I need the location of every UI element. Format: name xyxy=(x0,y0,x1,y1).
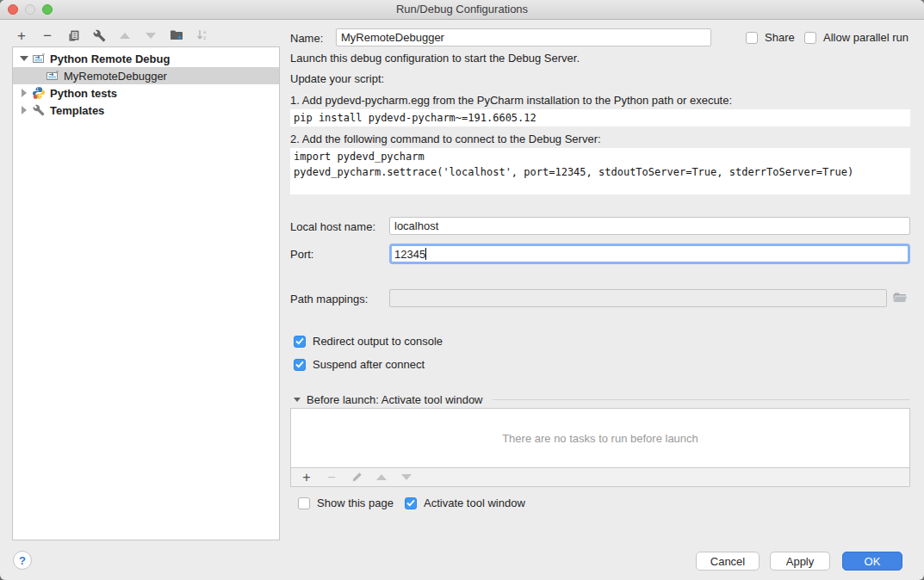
name-label: Name: xyxy=(290,32,323,45)
remove-task-button: − xyxy=(325,471,338,484)
remove-configuration-button[interactable]: − xyxy=(40,28,55,43)
tree-item-myremotedebugger[interactable]: MyRemoteDebugger xyxy=(13,67,279,84)
step-1-text: 1. Add pydevd-pycharm.egg from the PyCha… xyxy=(290,94,732,107)
text-caret xyxy=(425,248,426,260)
check-icon xyxy=(295,361,304,368)
sort-configurations-button: az xyxy=(195,28,210,43)
activate-tool-window-label: Activate tool window xyxy=(424,497,525,509)
move-task-down-button xyxy=(400,471,413,484)
suspend-after-connect-row[interactable]: Suspend after connect xyxy=(294,358,425,371)
wrench-icon xyxy=(32,103,46,117)
remote-debug-config-icon xyxy=(46,69,59,83)
svg-text:z: z xyxy=(203,34,206,40)
chevron-collapsed-icon[interactable] xyxy=(22,106,27,114)
browse-path-mappings-button[interactable] xyxy=(892,291,908,305)
settrace-code-line-1: import pydevd_pycharm xyxy=(294,149,907,164)
window-title: Run/Debug Configurations xyxy=(0,3,924,15)
remove-icon: − xyxy=(43,29,52,42)
port-label: Port: xyxy=(290,248,313,261)
apply-button[interactable]: Apply xyxy=(770,552,830,571)
run-debug-configurations-dialog: Run/Debug Configurations + − az Python R… xyxy=(0,0,924,580)
activate-tool-window-row[interactable]: Activate tool window xyxy=(405,497,525,509)
share-label: Share xyxy=(765,31,795,44)
suspend-after-connect-checkbox[interactable] xyxy=(294,359,306,371)
section-collapse-icon[interactable] xyxy=(294,398,301,402)
before-launch-title: Before launch: Activate tool window xyxy=(307,393,483,406)
share-checkbox-row[interactable]: Share xyxy=(746,31,795,44)
name-input[interactable] xyxy=(336,28,711,46)
help-icon: ? xyxy=(19,554,26,567)
edit-defaults-button[interactable] xyxy=(91,28,107,43)
tree-item-templates[interactable]: Templates xyxy=(13,102,279,119)
step-2-text: 2. Add the following command to connect … xyxy=(290,133,601,145)
allow-parallel-run-checkbox[interactable] xyxy=(804,32,816,44)
move-down-icon xyxy=(401,474,412,480)
title-bar: Run/Debug Configurations xyxy=(0,0,924,20)
edit-pencil-icon xyxy=(351,472,363,483)
show-this-page-checkbox[interactable] xyxy=(298,497,310,509)
sort-alphabetically-icon: az xyxy=(195,28,209,42)
configurations-toolbar: + − az xyxy=(14,27,210,44)
edit-task-button xyxy=(350,471,363,484)
check-icon xyxy=(295,337,304,345)
chevron-collapsed-icon[interactable] xyxy=(22,89,27,97)
before-launch-section-header[interactable]: Before launch: Activate tool window xyxy=(294,393,910,406)
share-checkbox[interactable] xyxy=(746,32,758,44)
help-button[interactable]: ? xyxy=(13,551,32,570)
suspend-after-connect-label: Suspend after connect xyxy=(313,358,425,371)
ok-button[interactable]: OK xyxy=(842,552,902,571)
move-task-up-button xyxy=(375,471,388,484)
redirect-output-label: Redirect output to console xyxy=(313,335,443,348)
configurations-tree: Python Remote Debug MyRemoteDebugger Pyt… xyxy=(12,46,280,540)
remove-icon: − xyxy=(327,472,335,484)
tree-item-python-tests[interactable]: Python tests xyxy=(13,84,279,102)
show-this-page-row[interactable]: Show this page xyxy=(298,497,394,509)
apply-button-label: Apply xyxy=(786,555,815,568)
check-icon xyxy=(406,499,415,507)
remote-debug-config-icon xyxy=(32,52,46,65)
chevron-expanded-icon[interactable] xyxy=(20,56,28,61)
port-input[interactable]: 12345 xyxy=(389,244,910,264)
allow-parallel-checkbox-row[interactable]: Allow parallel run xyxy=(804,31,908,44)
intro-line-1: Launch this debug configuration to start… xyxy=(290,52,580,65)
tree-item-python-remote-debug[interactable]: Python Remote Debug xyxy=(13,50,279,67)
before-launch-task-list[interactable]: There are no tasks to run before launch xyxy=(290,408,910,468)
port-value: 12345 xyxy=(394,248,425,261)
ok-button-label: OK xyxy=(865,555,881,568)
copy-configuration-button[interactable] xyxy=(65,28,81,43)
add-task-button[interactable]: + xyxy=(300,471,313,484)
move-down-button xyxy=(143,28,158,43)
folder-icon xyxy=(892,291,908,305)
section-divider xyxy=(493,399,910,400)
move-down-icon xyxy=(146,33,156,39)
pip-install-code: pip install pydevd-pycharm~=191.6605.12 xyxy=(290,109,910,126)
local-host-name-label: Local host name: xyxy=(290,220,375,233)
add-icon: + xyxy=(302,471,310,484)
copy-icon xyxy=(67,29,80,42)
edit-defaults-wrench-icon xyxy=(93,29,106,42)
settrace-code-block: import pydevd_pycharm pydevd_pycharm.set… xyxy=(290,148,910,194)
python-logo-icon xyxy=(32,86,46,100)
tree-item-label: Python tests xyxy=(50,87,117,100)
move-up-button xyxy=(117,28,133,43)
tree-item-label: Python Remote Debug xyxy=(50,52,170,65)
show-this-page-label: Show this page xyxy=(317,497,394,509)
cancel-button-label: Cancel xyxy=(710,555,745,568)
redirect-output-row[interactable]: Redirect output to console xyxy=(294,335,443,348)
move-up-icon xyxy=(376,474,387,480)
task-list-toolbar: + − xyxy=(290,468,910,487)
activate-tool-window-checkbox[interactable] xyxy=(405,497,417,509)
add-icon: + xyxy=(17,28,26,43)
tree-item-label: MyRemoteDebugger xyxy=(64,70,167,83)
redirect-output-checkbox[interactable] xyxy=(294,336,306,348)
local-host-name-input[interactable] xyxy=(389,217,910,235)
new-folder-button[interactable] xyxy=(169,28,184,43)
svg-text:a: a xyxy=(203,28,207,34)
move-up-icon xyxy=(120,33,130,39)
path-mappings-input[interactable] xyxy=(389,289,887,307)
new-folder-icon xyxy=(170,28,183,42)
intro-line-2: Update your script: xyxy=(290,72,384,85)
add-configuration-button[interactable]: + xyxy=(14,28,29,43)
cancel-button[interactable]: Cancel xyxy=(696,552,760,571)
settrace-code-line-2: pydevd_pycharm.settrace('localhost', por… xyxy=(294,164,907,180)
